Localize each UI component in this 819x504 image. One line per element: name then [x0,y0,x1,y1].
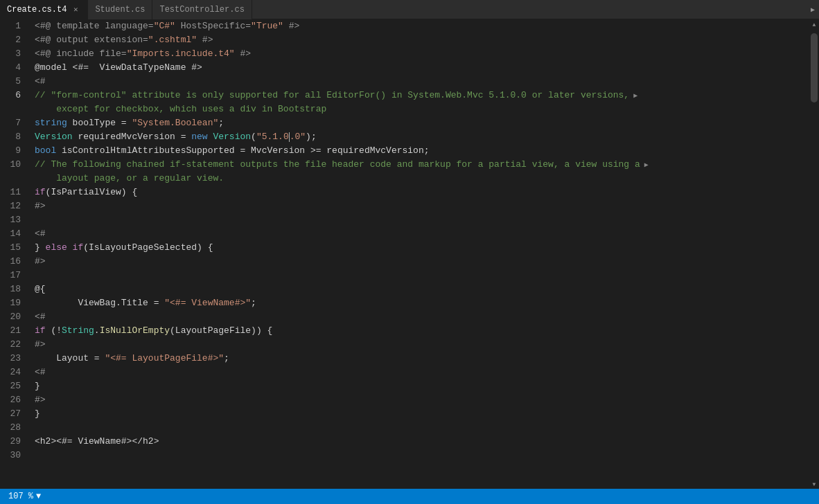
ln-13: 13 [7,213,21,227]
ln-26: 26 [7,393,21,407]
code-line-6b: except for checkbox, which uses a div in… [35,102,809,116]
scrollbar-thumb[interactable] [811,33,818,102]
ln-2: 2 [7,33,21,47]
ln-16: 16 [7,255,21,269]
ln-25: 25 [7,379,21,393]
scrollbar-arrow-up[interactable]: ▲ [809,19,819,29]
code-line-10b: layout page, or a regular view. [35,172,809,186]
tab-create-close[interactable]: ✕ [71,5,80,15]
code-line-10: // The following chained if-statement ou… [35,158,809,172]
code-line-5: <# [35,75,809,89]
ln-8: 8 [7,130,21,144]
ln-24: 24 [7,366,21,379]
tab-testcontroller-label: TestController.cs [159,5,244,15]
ln-27: 27 [7,407,21,421]
ln-1: 1 [7,19,21,33]
code-line-13 [35,213,809,227]
code-line-23: Layout = "<#= LayoutPageFile#>"; [35,352,809,366]
zoom-value: 107 % [8,492,33,501]
ln-18: 18 [7,282,21,296]
ln-30: 30 [7,449,21,462]
ln-9: 9 [7,144,21,158]
ln-22: 22 [7,338,21,352]
code-line-30 [35,449,809,462]
code-line-4: @model <#= ViewDataTypeName #> [35,61,809,75]
code-line-25: } [35,379,809,393]
ln-7: 7 [7,116,21,130]
code-line-6: // "form-control" attribute is only supp… [35,89,809,102]
code-line-27: } [35,407,809,421]
ln-20: 20 [7,310,21,324]
tab-student-label: Student.cs [95,5,145,15]
code-line-9: bool isControlHtmlAttributesSupported = … [35,144,809,158]
code-line-7: string boolType = "System.Boolean"; [35,116,809,130]
ln-14: 14 [7,227,21,241]
ln-3: 3 [7,47,21,61]
scrollbar-arrow-down[interactable]: ▼ [809,479,819,489]
ln-10: 10 [7,158,21,172]
code-area[interactable]: <#@ template language="C#" HostSpecific=… [29,19,809,489]
code-line-22: #> [35,338,809,352]
code-line-15: } else if(IsLayoutPageSelected) { [35,241,809,255]
ln-15: 15 [7,241,21,255]
ln-29: 29 [7,435,21,449]
code-line-29: <h2><#= ViewName#></h2> [35,435,809,449]
ln-17: 17 [7,269,21,282]
tab-create-label: Create.cs.t4 [7,5,67,15]
code-line-1: <#@ template language="C#" HostSpecific=… [35,19,809,33]
tab-scroll-right[interactable]: ▶ [807,0,819,19]
code-line-21: if (!String.IsNullOrEmpty(LayoutPageFile… [35,324,809,338]
code-line-20: <# [35,310,809,324]
right-scrollbar[interactable]: ▲ ▼ [809,19,819,489]
status-zoom[interactable]: 107 % ▼ [6,489,44,504]
ln-23: 23 [7,352,21,366]
tab-student[interactable]: Student.cs [88,0,152,19]
ln-28: 28 [7,421,21,435]
editor-container: 1 2 3 4 5 6 7 8 9 10 11 12 13 14 15 16 1… [0,19,819,489]
code-line-19: ViewBag.Title = "<#= ViewName#>"; [35,296,809,310]
zoom-chevron-icon: ▼ [36,492,41,501]
code-line-2: <#@ output extension=".cshtml" #> [35,33,809,47]
line-numbers: 1 2 3 4 5 6 7 8 9 10 11 12 13 14 15 16 1… [0,19,29,489]
code-line-12: #> [35,199,809,213]
ln-11: 11 [7,186,21,199]
code-line-11: if(IsPartialView) { [35,186,809,199]
code-line-18: @{ [35,282,809,296]
code-line-8: Version requiredMvcVersion = new Version… [35,130,809,144]
code-line-3: <#@ include file="Imports.include.t4" #> [35,47,809,61]
tab-create[interactable]: Create.cs.t4 ✕ [0,0,88,19]
tab-testcontroller[interactable]: TestController.cs [152,0,252,19]
code-line-26: #> [35,393,809,407]
tab-bar: Create.cs.t4 ✕ Student.cs TestController… [0,0,819,19]
code-line-17 [35,269,809,282]
ln-21: 21 [7,324,21,338]
ln-4: 4 [7,61,21,75]
status-bar: 107 % ▼ [0,489,819,504]
ln-6c [7,102,21,116]
code-line-24: <# [35,366,809,379]
code-line-14: <# [35,227,809,241]
ln-6: 6 [7,89,21,102]
ln-19: 19 [7,296,21,310]
ln-12: 12 [7,199,21,213]
code-line-16: #> [35,255,809,269]
ln-5: 5 [7,75,21,89]
ln-10c [7,172,21,186]
code-line-28 [35,421,809,435]
